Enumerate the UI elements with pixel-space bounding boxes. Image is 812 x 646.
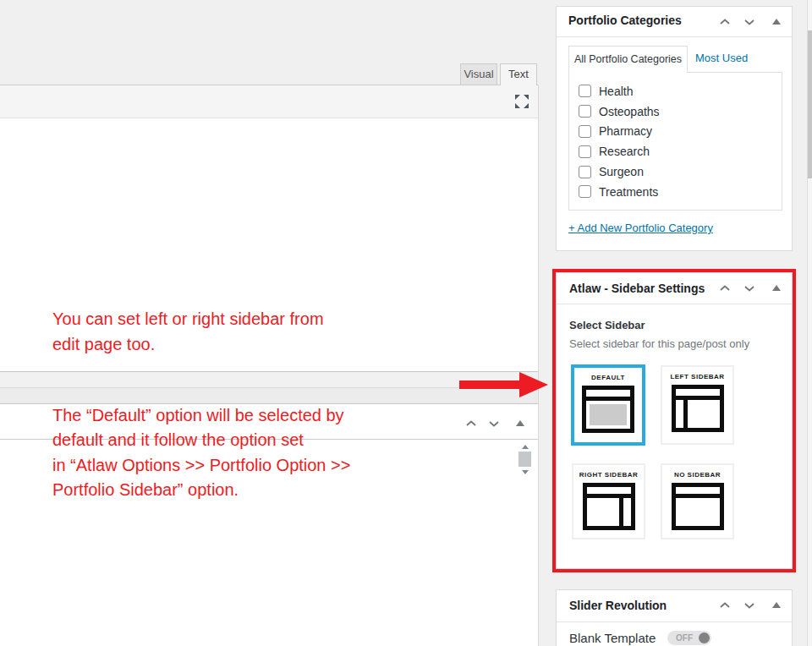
checkbox-pharmacy[interactable] xyxy=(579,125,591,138)
move-up-icon[interactable] xyxy=(718,599,732,611)
category-row: Surgeon xyxy=(579,162,773,182)
editor-expand-icon[interactable] xyxy=(513,93,530,110)
select-sidebar-description: Select sidebar for this page/post only xyxy=(569,337,749,350)
checkbox-surgeon[interactable] xyxy=(579,166,591,178)
category-row: Research xyxy=(579,141,773,162)
tab-most-used[interactable]: Most Used xyxy=(695,52,748,64)
scroll-up-icon[interactable] xyxy=(522,445,529,449)
category-label[interactable]: Health xyxy=(599,85,633,98)
portfolio-categories-title: Portfolio Categories xyxy=(568,14,682,27)
editor-toolbar xyxy=(0,85,538,118)
move-up-icon[interactable] xyxy=(718,16,732,28)
category-row: Treatments xyxy=(579,182,773,202)
toggle-knob xyxy=(699,632,710,643)
scrollbar-thumb[interactable] xyxy=(518,452,531,467)
sidebar-option-label: NO SIDEBAR xyxy=(674,471,721,479)
move-down-icon[interactable] xyxy=(743,282,756,294)
toggle-panel-icon[interactable] xyxy=(772,285,781,291)
sidebar-option-no-sidebar[interactable]: NO SIDEBAR xyxy=(661,463,734,539)
annotation-paragraph-2: The “Default” option will be selected by… xyxy=(52,403,492,502)
annotation-text: You can set left or right sidebar from e… xyxy=(52,282,492,528)
category-label[interactable]: Pharmacy xyxy=(599,124,652,138)
toggle-state-label: OFF xyxy=(676,631,693,645)
tab-text[interactable]: Text xyxy=(500,63,537,85)
wordpress-edit-screen: Visual Text You can set left or right si… xyxy=(0,0,812,646)
toggle-panel-icon[interactable] xyxy=(516,420,524,426)
category-label[interactable]: Treatments xyxy=(599,185,658,199)
toggle-panel-icon[interactable] xyxy=(772,19,781,25)
sidebar-option-label: RIGHT SIDEBAR xyxy=(579,471,639,479)
layout-default-icon xyxy=(582,386,634,433)
layout-no-sidebar-icon xyxy=(672,483,724,530)
category-row: Pharmacy xyxy=(579,122,773,142)
checkbox-health[interactable] xyxy=(579,85,591,97)
sidebar-option-default[interactable]: DEFAULT xyxy=(571,364,645,446)
slider-revolution-title: Slider Revolution xyxy=(569,599,667,612)
category-label[interactable]: Osteopaths xyxy=(599,105,660,118)
scroll-down-icon[interactable] xyxy=(522,470,529,474)
tab-all-portfolio-categories[interactable]: All Portfolio Categories xyxy=(568,46,688,73)
move-down-icon[interactable] xyxy=(743,16,756,28)
sidebar-option-left-sidebar[interactable]: LEFT SIDEBAR xyxy=(661,365,734,445)
layout-left-sidebar-icon xyxy=(672,385,724,432)
annotation-arrowhead-icon xyxy=(519,372,548,397)
category-label[interactable]: Surgeon xyxy=(599,165,644,178)
sidebar-option-label: LEFT SIDEBAR xyxy=(670,373,724,380)
category-label[interactable]: Research xyxy=(599,145,650,158)
toggle-panel-icon[interactable] xyxy=(772,602,781,608)
sidebar-option-label: DEFAULT xyxy=(591,374,625,381)
checkbox-treatments[interactable] xyxy=(579,185,591,198)
browser-scrollbar-thumb[interactable] xyxy=(808,30,812,178)
layout-right-sidebar-icon xyxy=(583,483,635,530)
add-new-portfolio-category-link[interactable]: + Add New Portfolio Category xyxy=(568,222,713,234)
category-rows: Health Osteopaths Pharmacy Research Surg… xyxy=(579,81,773,202)
sidebar-option-right-sidebar[interactable]: RIGHT SIDEBAR xyxy=(572,463,645,539)
checkbox-osteopaths[interactable] xyxy=(579,105,591,118)
checkbox-research[interactable] xyxy=(579,145,591,158)
annotation-paragraph-1: You can set left or right sidebar from e… xyxy=(52,307,492,357)
category-row: Health xyxy=(579,81,773,101)
move-down-icon[interactable] xyxy=(743,599,756,611)
category-row: Osteopaths xyxy=(579,101,773,122)
annotation-arrow xyxy=(459,380,522,389)
sidebar-settings-title: Atlaw - Sidebar Settings xyxy=(569,282,705,295)
blank-template-toggle[interactable]: OFF xyxy=(667,631,711,645)
tab-visual[interactable]: Visual xyxy=(460,63,497,85)
blank-template-label: Blank Template xyxy=(569,631,656,645)
select-sidebar-heading: Select Sidebar xyxy=(569,319,645,331)
panel-right-border xyxy=(538,85,539,646)
move-up-icon[interactable] xyxy=(718,282,732,294)
